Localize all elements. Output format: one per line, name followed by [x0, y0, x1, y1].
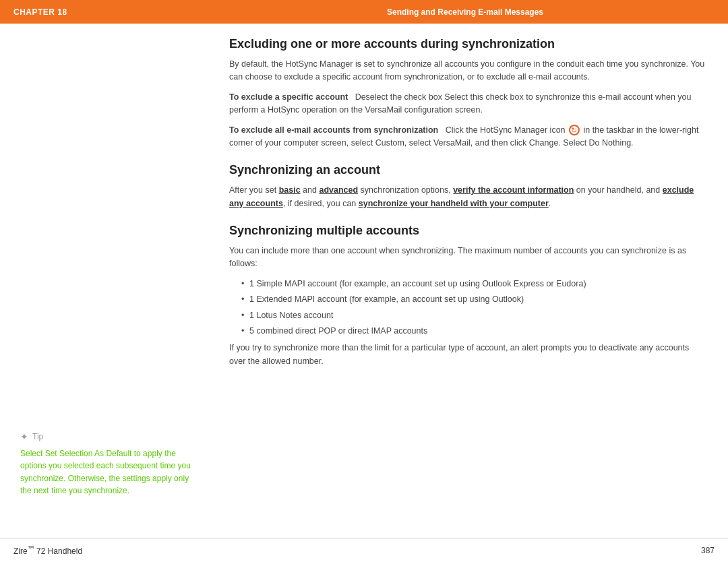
section3-intro: You can include more than one account wh…	[229, 245, 708, 271]
model-name: 72 Handheld	[34, 547, 82, 556]
bullet-list: 1 Simple MAPI account (for example, an a…	[243, 278, 708, 338]
section2-verify-link: verify the account information	[453, 185, 574, 195]
section2-advanced-link: advanced	[319, 185, 358, 195]
chapter-label: CHAPTER 18	[13, 7, 216, 17]
section3-title: Synchronizing multiple accounts	[229, 224, 708, 238]
header-section-title: Sending and Receiving E-mail Messages	[216, 7, 715, 17]
hotsync-icon	[569, 125, 580, 135]
page-footer: Zire™ 72 Handheld 387	[0, 538, 728, 562]
section2-body1: After you set	[229, 185, 279, 195]
section2-sync-link: synchronize your handheld with your comp…	[359, 199, 549, 208]
bullet-item-2: 1 Extended MAPI account (for example, an…	[243, 293, 708, 306]
section2-mid1: and	[301, 185, 320, 195]
bullet-item-4: 5 combined direct POP or direct IMAP acc…	[243, 325, 708, 338]
tip-section: ✦ Tip Select Set Selection As Default to…	[13, 431, 202, 497]
brand-name: Zire	[13, 547, 28, 556]
tip-text: Select Set Selection As Default to apply…	[20, 447, 195, 497]
trademark: ™	[28, 544, 34, 552]
section1-body: By default, the HotSync Manager is set t…	[229, 58, 708, 84]
bullet-item-1: 1 Simple MAPI account (for example, an a…	[243, 278, 708, 290]
section2-mid3: on your handheld, and	[574, 185, 662, 195]
section2-mid4: , if desired, you can	[283, 199, 359, 208]
section1-tip1-label: To exclude a specific account	[229, 92, 348, 102]
section2-title: Synchronizing an account	[229, 163, 708, 177]
section1-tip2-label: To exclude all e-mail accounts from sync…	[229, 125, 438, 135]
section2-body: After you set basic and advanced synchro…	[229, 184, 708, 210]
page-number: 387	[701, 546, 715, 555]
section1-tip2-text: Click the HotSync Manager icon	[446, 125, 566, 135]
content-area: Excluding one or more accounts during sy…	[216, 37, 728, 524]
header-bar: CHAPTER 18 Sending and Receiving E-mail …	[0, 0, 728, 24]
section3-footer-note: If you try to synchronize more than the …	[229, 342, 708, 368]
section2-basic-link: basic	[279, 185, 301, 195]
tip-star-icon: ✦	[20, 431, 28, 442]
section1-title: Excluding one or more accounts during sy…	[229, 37, 708, 51]
main-layout: ✦ Tip Select Set Selection As Default to…	[0, 24, 728, 538]
section1-tip1: To exclude a specific account Deselect t…	[229, 91, 708, 117]
section2-mid2: synchronization options,	[358, 185, 453, 195]
section2-end: .	[549, 199, 551, 208]
tip-label: Tip	[32, 432, 43, 441]
section1-tip2: To exclude all e-mail accounts from sync…	[229, 124, 708, 150]
bullet-item-3: 1 Lotus Notes account	[243, 309, 708, 322]
tip-header: ✦ Tip	[20, 431, 195, 442]
sidebar: ✦ Tip Select Set Selection As Default to…	[0, 37, 216, 524]
footer-brand: Zire™ 72 Handheld	[13, 544, 82, 556]
